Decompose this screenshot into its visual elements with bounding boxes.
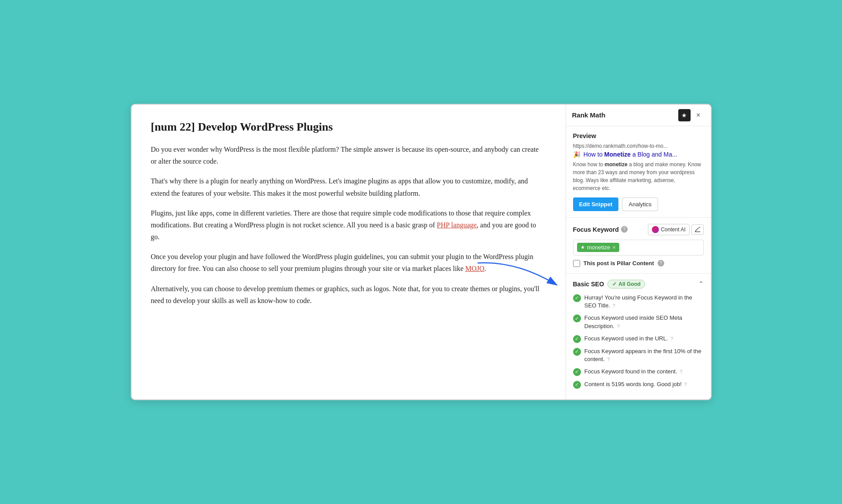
seo-item-text-5: Content is 5195 words long. Good job! ? [585, 380, 704, 388]
preview-description: Know how to monetize a blog and make mon… [573, 161, 704, 192]
keyword-star-icon: ★ [581, 245, 585, 250]
seo-item-5: ✓ Content is 5195 words long. Good job! … [573, 380, 704, 389]
seo-item-text-4: Focus Keyword found in the content. ? [585, 368, 704, 376]
keyword-tag-text: monetize [587, 244, 610, 251]
article-title: [num 22] Develop WordPress Plugins [151, 121, 546, 134]
analytics-button[interactable]: Analytics [622, 197, 658, 211]
badge-label: All Good [618, 281, 640, 287]
seo-item-text-0: Hurray! You're using Focus Keyword in th… [585, 294, 704, 310]
paragraph-1: Do you ever wonder why WordPress is the … [151, 143, 546, 167]
paragraph-3: Plugins, just like apps, come in differe… [151, 207, 546, 243]
main-container: [num 22] Develop WordPress Plugins Do yo… [131, 104, 712, 400]
paragraph-4: Once you develop your plugin and have fo… [151, 251, 546, 274]
seo-item-text-3: Focus Keyword appears in the first 10% o… [585, 347, 704, 363]
seo-item-0: ✓ Hurray! You're using Focus Keyword in … [573, 294, 704, 310]
seo-help-icon-3[interactable]: ? [607, 357, 610, 362]
content-area: [num 22] Develop WordPress Plugins Do yo… [132, 105, 566, 399]
content-ai-icon [652, 226, 659, 233]
preview-title-link[interactable]: How to Monetize a Blog and Ma... [583, 151, 677, 158]
all-good-badge: ✓ All Good [607, 280, 645, 289]
paragraph-5: Alternatively, you can choose to develop… [151, 283, 546, 307]
sidebar-header-actions: ★ × [678, 109, 705, 121]
keyword-tag: ★ monetize × [577, 243, 619, 252]
focus-keyword-title: Focus Keyword [573, 226, 619, 233]
seo-check-icon-5: ✓ [573, 381, 581, 389]
preview-url: https://demo.rankmath.com/how-to-mo... [573, 143, 704, 149]
chevron-up-icon[interactable]: ⌃ [699, 280, 704, 288]
preview-emoji: 🎉 [573, 151, 581, 158]
seo-help-icon-5[interactable]: ? [684, 382, 687, 387]
focus-keyword-header: Focus Keyword ? Content AI [573, 224, 704, 235]
seo-item-1: ✓ Focus Keyword used inside SEO Meta Des… [573, 314, 704, 330]
badge-check-icon: ✓ [612, 281, 617, 287]
star-button[interactable]: ★ [678, 109, 691, 121]
focus-keyword-actions: Content AI [648, 224, 703, 235]
basic-seo-section: Basic SEO ✓ All Good ⌃ ✓ Hurray! You're … [566, 274, 711, 399]
seo-check-icon-3: ✓ [573, 348, 581, 356]
seo-help-icon-1[interactable]: ? [617, 324, 620, 329]
focus-keyword-help-icon[interactable]: ? [621, 226, 628, 233]
preview-label: Preview [573, 132, 704, 139]
article-body: Do you ever wonder why WordPress is the … [151, 143, 546, 307]
mojo-link[interactable]: MOJO [465, 265, 485, 272]
seo-item-3: ✓ Focus Keyword appears in the first 10%… [573, 347, 704, 363]
seo-check-icon-4: ✓ [573, 368, 581, 376]
preview-section: Preview https://demo.rankmath.com/how-to… [566, 126, 711, 218]
keyword-remove-icon[interactable]: × [612, 244, 616, 251]
close-button[interactable]: × [692, 109, 705, 121]
sidebar-title: Rank Math [572, 111, 606, 119]
sidebar-header: Rank Math ★ × [566, 105, 711, 126]
basic-seo-left: Basic SEO ✓ All Good [573, 280, 646, 289]
pillar-content-checkbox[interactable] [573, 260, 580, 267]
basic-seo-header[interactable]: Basic SEO ✓ All Good ⌃ [573, 280, 704, 289]
seo-check-icon-2: ✓ [573, 335, 581, 343]
focus-keyword-section: Focus Keyword ? Content AI [566, 218, 711, 274]
edit-snippet-button[interactable]: Edit Snippet [573, 197, 619, 211]
rank-math-sidebar: Rank Math ★ × Preview https://demo.rankm… [566, 105, 711, 399]
seo-help-icon-4[interactable]: ? [680, 369, 682, 374]
seo-item-text-1: Focus Keyword used inside SEO Meta Descr… [585, 314, 704, 330]
focus-keyword-label-group: Focus Keyword ? [573, 226, 628, 233]
preview-buttons: Edit Snippet Analytics [573, 197, 704, 211]
php-language-link[interactable]: PHP language [437, 221, 477, 229]
content-ai-button[interactable]: Content AI [648, 224, 689, 235]
pillar-content-row: This post is Pillar Content ? [573, 260, 704, 267]
keyword-input-area[interactable]: ★ monetize × [573, 240, 704, 256]
pillar-content-label: This post is Pillar Content [584, 260, 654, 267]
seo-help-icon-0[interactable]: ? [613, 303, 615, 308]
seo-item-2: ✓ Focus Keyword used in the URL. ? [573, 335, 704, 343]
paragraph-2: That's why there is a plugin for nearly … [151, 175, 546, 199]
seo-help-icon-2[interactable]: ? [670, 336, 673, 341]
preview-title: 🎉 How to Monetize a Blog and Ma... [573, 151, 704, 158]
seo-check-icon-1: ✓ [573, 314, 581, 322]
seo-item-text-2: Focus Keyword used in the URL. ? [585, 335, 704, 343]
seo-item-4: ✓ Focus Keyword found in the content. ? [573, 368, 704, 376]
seo-check-icon-0: ✓ [573, 294, 581, 302]
pillar-content-help-icon[interactable]: ? [658, 260, 664, 267]
basic-seo-title: Basic SEO [573, 281, 604, 288]
graph-icon [695, 226, 701, 233]
content-ai-label: Content AI [661, 226, 685, 233]
graph-button[interactable] [691, 224, 704, 235]
